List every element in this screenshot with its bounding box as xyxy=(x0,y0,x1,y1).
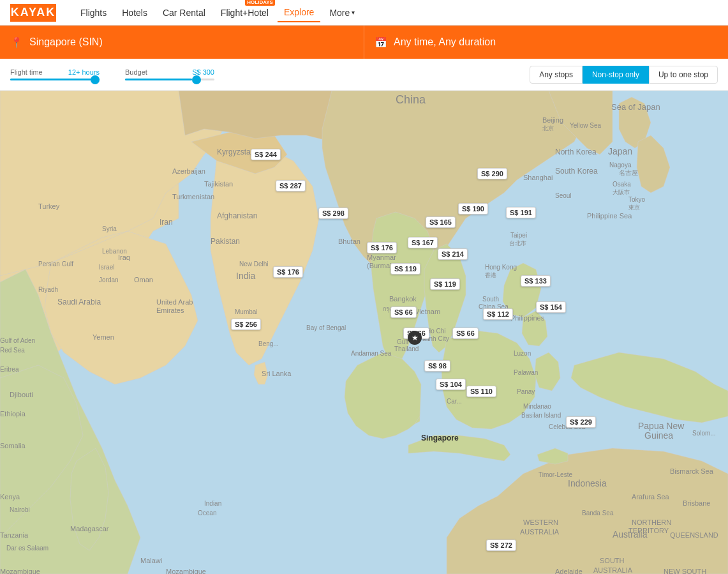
price-label[interactable]: S$ 190 xyxy=(458,203,488,215)
svg-text:Kyrgyzstan: Kyrgyzstan xyxy=(217,147,255,156)
price-label[interactable]: S$ 119 xyxy=(430,278,460,290)
svg-text:India: India xyxy=(236,271,256,281)
svg-text:Bay of Bengal: Bay of Bengal xyxy=(306,324,346,331)
price-label[interactable]: S$ 133 xyxy=(521,275,551,287)
budget-slider[interactable] xyxy=(125,79,214,80)
svg-text:Brisbane: Brisbane xyxy=(683,499,710,507)
svg-text:Bhutan: Bhutan xyxy=(338,238,360,245)
nav-more[interactable]: More ▾ xyxy=(323,4,361,22)
svg-text:Riyadh: Riyadh xyxy=(38,286,58,293)
svg-text:Saudi Arabia: Saudi Arabia xyxy=(57,298,101,306)
origin-input[interactable]: 📍 Singapore (SIN) xyxy=(0,26,364,59)
flight-time-filter: Flight time 12+ hours xyxy=(10,68,100,80)
price-label[interactable]: S$ 66 xyxy=(390,306,417,318)
svg-text:Gulf of Aden: Gulf of Aden xyxy=(0,337,35,344)
flight-time-thumb[interactable] xyxy=(91,75,100,84)
svg-text:Iraq: Iraq xyxy=(118,253,130,261)
svg-text:Mozambique: Mozambique xyxy=(0,568,40,574)
svg-text:Tajikistan: Tajikistan xyxy=(204,180,233,188)
price-label[interactable]: S$ 167 xyxy=(408,237,438,248)
singapore-marker[interactable] xyxy=(408,331,422,345)
logo[interactable]: KAYAK xyxy=(10,4,56,22)
svg-text:Philippines: Philippines xyxy=(510,314,545,322)
chevron-down-icon: ▾ xyxy=(352,9,355,16)
svg-text:Nagoya: Nagoya xyxy=(609,162,632,169)
svg-text:Mindanao: Mindanao xyxy=(523,403,551,410)
price-label[interactable]: S$ 287 xyxy=(276,180,306,192)
up-to-one-stop-button[interactable]: Up to one stop xyxy=(649,66,718,84)
svg-text:Indian: Indian xyxy=(204,500,221,507)
price-label[interactable]: S$ 298 xyxy=(318,208,348,219)
svg-text:Sea of Japan: Sea of Japan xyxy=(611,102,660,112)
svg-text:Nairobi: Nairobi xyxy=(10,506,30,513)
nav-flights[interactable]: Flights xyxy=(74,4,113,22)
svg-text:Panay: Panay xyxy=(517,388,535,395)
price-label[interactable]: S$ 176 xyxy=(367,242,397,253)
svg-text:Turkey: Turkey xyxy=(38,202,60,210)
price-label[interactable]: S$ 290 xyxy=(477,168,507,179)
price-label[interactable]: S$ 112 xyxy=(483,308,513,320)
svg-text:Mumbai: Mumbai xyxy=(235,308,258,315)
price-label[interactable]: S$ 214 xyxy=(438,248,468,260)
svg-text:Guinea: Guinea xyxy=(644,430,673,441)
svg-text:Indonesia: Indonesia xyxy=(568,478,607,488)
calendar-icon: 📅 xyxy=(375,36,387,49)
price-label[interactable]: S$ 165 xyxy=(426,216,456,228)
svg-text:Azerbaijan: Azerbaijan xyxy=(172,167,205,175)
price-label[interactable]: S$ 256 xyxy=(231,319,261,330)
svg-text:Tokyo: Tokyo xyxy=(628,196,646,203)
svg-text:大阪市: 大阪市 xyxy=(613,189,630,195)
map-svg: Turkey Syria Lebanon Israel Jordan Iraq … xyxy=(0,91,728,574)
svg-text:Arafura Sea: Arafura Sea xyxy=(632,493,670,501)
svg-text:Syria: Syria xyxy=(102,225,117,232)
svg-text:Bismarck Sea: Bismarck Sea xyxy=(670,467,714,475)
svg-text:Madagascar: Madagascar xyxy=(70,525,109,532)
svg-text:Afghanistan: Afghanistan xyxy=(217,211,257,220)
svg-text:Beijing: Beijing xyxy=(542,116,563,124)
budget-thumb[interactable] xyxy=(192,75,201,84)
svg-text:Luzon: Luzon xyxy=(514,350,531,357)
price-label[interactable]: S$ 244 xyxy=(251,149,281,160)
svg-text:Beng...: Beng... xyxy=(258,340,279,347)
svg-text:Pakistan: Pakistan xyxy=(211,237,240,246)
svg-text:(Burma): (Burma) xyxy=(367,262,392,269)
svg-text:QUEENSLAND: QUEENSLAND xyxy=(670,531,718,539)
svg-text:Solom...: Solom... xyxy=(692,430,716,437)
kayak-logo[interactable]: KAYAK xyxy=(10,4,56,22)
svg-text:Vietnam: Vietnam xyxy=(415,308,440,315)
svg-text:Singapore: Singapore xyxy=(421,434,459,442)
nav-car-rental[interactable]: Car Rental xyxy=(156,4,212,22)
map-container[interactable]: Turkey Syria Lebanon Israel Jordan Iraq … xyxy=(0,91,728,574)
svg-text:Oman: Oman xyxy=(134,276,153,283)
nav-flight-hotel[interactable]: Flight+Hotel HOLIDAYS xyxy=(214,4,275,22)
search-bar: 📍 Singapore (SIN) 📅 Any time, Any durati… xyxy=(0,26,728,59)
svg-text:Papua New: Papua New xyxy=(638,421,685,431)
price-label[interactable]: S$ 119 xyxy=(390,263,420,275)
any-stops-button[interactable]: Any stops xyxy=(530,66,583,84)
price-label[interactable]: S$ 229 xyxy=(566,416,596,428)
svg-text:Timor-Leste: Timor-Leste xyxy=(539,471,572,478)
svg-text:Car...: Car... xyxy=(447,398,462,405)
nav-explore[interactable]: Explore xyxy=(278,3,320,22)
price-label[interactable]: S$ 98 xyxy=(424,360,450,372)
date-input[interactable]: 📅 Any time, Any duration xyxy=(364,26,728,59)
svg-text:Andaman Sea: Andaman Sea xyxy=(351,350,392,357)
price-label[interactable]: S$ 176 xyxy=(273,266,303,278)
budget-filter: Budget S$ 300 xyxy=(125,68,214,80)
price-label[interactable]: S$ 272 xyxy=(486,540,516,551)
svg-text:Jordan: Jordan xyxy=(99,276,119,283)
svg-text:WESTERN: WESTERN xyxy=(523,518,558,526)
svg-text:NEW SOUTH: NEW SOUTH xyxy=(664,568,706,574)
price-label[interactable]: S$ 104 xyxy=(436,379,466,390)
svg-text:Palawan: Palawan xyxy=(514,369,538,376)
svg-text:Sri Lanka: Sri Lanka xyxy=(262,370,292,377)
nonstop-only-button[interactable]: Non-stop only xyxy=(583,66,649,84)
price-label[interactable]: S$ 66 xyxy=(452,328,479,339)
flight-time-slider[interactable] xyxy=(10,79,100,80)
price-label[interactable]: S$ 154 xyxy=(536,301,566,313)
price-label[interactable]: S$ 191 xyxy=(506,207,536,218)
svg-text:Bangkok: Bangkok xyxy=(389,295,417,303)
price-label[interactable]: S$ 110 xyxy=(466,386,496,397)
svg-text:Kenya: Kenya xyxy=(0,493,20,501)
nav-hotels[interactable]: Hotels xyxy=(115,4,154,22)
